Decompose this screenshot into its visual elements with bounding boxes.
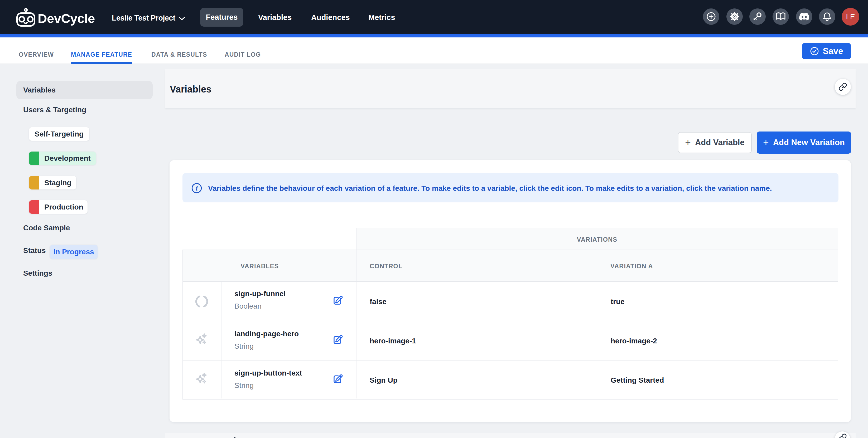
svg-text:i: i (196, 184, 198, 192)
